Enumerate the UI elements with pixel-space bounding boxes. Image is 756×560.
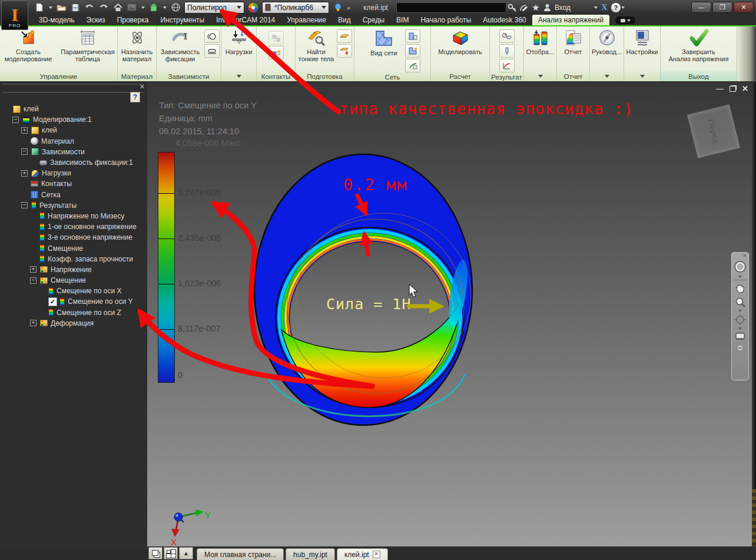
tree-item-11[interactable]: 1-ое основное напряжение <box>2 221 147 232</box>
find-thin-bodies-button[interactable]: Найти тонкие тела <box>297 28 335 62</box>
qat-overflow-chevron-icon[interactable]: » <box>347 4 350 11</box>
tree-item-9[interactable]: −Результаты <box>2 200 147 211</box>
panel-label-mesh[interactable]: Сеть <box>354 72 430 81</box>
cascade-windows-button[interactable] <box>148 547 163 559</box>
guide-button[interactable]: Руковод... <box>591 28 623 55</box>
navbar-close-icon[interactable]: ✕ <box>742 254 747 259</box>
mesh-view-button[interactable]: Вид сети <box>364 28 403 57</box>
restore-button[interactable]: ❐ <box>712 2 732 13</box>
panel-label-prepare[interactable]: Подготовка <box>296 71 354 81</box>
tree-item-3[interactable]: Материал <box>2 136 147 147</box>
ribbon-tab-2[interactable]: Проверка <box>111 15 155 25</box>
panel-label-contacts[interactable]: Контакты <box>257 71 295 81</box>
orbit-dropdown-icon[interactable] <box>738 327 742 330</box>
ribbon-tab-9[interactable]: Начало работы <box>415 15 477 25</box>
doc-minimize-icon[interactable]: — <box>716 84 724 93</box>
manual-contact-button[interactable] <box>268 46 284 59</box>
panel-label-loads[interactable] <box>221 71 256 81</box>
tree-item-0[interactable]: клей <box>2 104 147 114</box>
tree-item-13[interactable]: Смещение <box>2 243 147 253</box>
new-file-dropdown-icon[interactable] <box>49 6 52 9</box>
loads-button[interactable]: Нагрузки <box>223 28 256 55</box>
home-icon[interactable] <box>112 3 123 12</box>
tree-expand-icon[interactable]: + <box>30 320 37 326</box>
tree-item-5[interactable]: Зависимость фиксации:1 <box>2 157 147 168</box>
tree-collapse-icon[interactable]: − <box>21 202 28 208</box>
browser-help-button[interactable]: ? <box>130 92 140 102</box>
panel-label-guide[interactable] <box>590 71 624 81</box>
help-button[interactable]: ? <box>611 3 621 12</box>
appearance-combobox[interactable]: *Поликарб6 <box>262 2 329 14</box>
offset-shell-button[interactable] <box>337 29 352 43</box>
signin-person-icon[interactable] <box>542 2 553 13</box>
adjust-appearance-icon[interactable] <box>333 3 343 12</box>
color-wheel-icon[interactable] <box>248 3 258 12</box>
fixed-constraint-button[interactable]: Зависимость фиксации <box>158 28 203 62</box>
create-simulation-button[interactable]: Создать моделирование <box>0 28 57 62</box>
panel-label-result[interactable]: Результат <box>490 72 523 81</box>
browser-close-icon[interactable]: ✕ <box>140 83 145 91</box>
globe-icon[interactable] <box>170 3 181 12</box>
doc-tab-close-icon[interactable]: ✕ <box>373 551 380 558</box>
tree-item-1[interactable]: −Моделирование:1 <box>2 114 147 125</box>
finish-analysis-button[interactable]: Завершить Анализ напряжения <box>662 28 736 62</box>
new-file-icon[interactable] <box>34 3 45 12</box>
open-file-icon[interactable] <box>56 3 67 12</box>
convergence-button[interactable] <box>405 59 420 72</box>
inventor-logo[interactable]: I PRO <box>1 1 28 30</box>
ribbon-tab-5[interactable]: Управление <box>281 15 332 25</box>
settings-button[interactable]: Настройки <box>625 28 660 55</box>
tree-item-checkbox[interactable]: ✓ <box>48 297 57 306</box>
undo-icon[interactable] <box>84 3 95 12</box>
redo-icon[interactable] <box>98 3 109 12</box>
tree-item-17[interactable]: Смещение по оси X <box>2 286 147 296</box>
tree-collapse-icon[interactable]: − <box>12 117 19 123</box>
navbar-overflow-icon[interactable] <box>737 344 744 352</box>
help-dropdown-icon[interactable] <box>621 6 625 9</box>
tree-item-8[interactable]: Сетка <box>2 190 147 200</box>
tree-item-7[interactable]: Контакты <box>2 178 147 189</box>
panel-label-manage[interactable]: Управление <box>0 71 117 81</box>
steering-wheel-dropdown-icon[interactable] <box>738 276 742 278</box>
tree-item-2[interactable]: +клей <box>2 125 147 135</box>
render-image-icon[interactable] <box>127 3 137 12</box>
graphics-viewport[interactable]: — ✕ <box>147 82 752 546</box>
thickness-button[interactable] <box>337 44 352 58</box>
panel-label-display[interactable] <box>524 71 556 81</box>
model-canvas[interactable]: Y X <box>147 82 752 546</box>
orbit-icon[interactable] <box>734 314 746 325</box>
ribbon-tab-6[interactable]: Вид <box>332 15 357 25</box>
panel-label-exit[interactable]: Выход <box>661 71 737 81</box>
display-button[interactable]: Отобра... <box>525 28 556 55</box>
close-button[interactable]: ✕ <box>734 2 754 13</box>
expand-dock-button[interactable]: ▲ <box>179 547 193 559</box>
ribbon-tab-3[interactable]: Инструменты <box>154 15 210 25</box>
report-button[interactable]: Отчет <box>558 28 589 55</box>
favorites-star-icon[interactable]: ★ <box>530 2 542 13</box>
ring-model[interactable] <box>254 154 472 425</box>
steering-wheel-icon[interactable] <box>734 260 747 273</box>
tree-item-19[interactable]: Смещение по оси Z <box>2 307 147 318</box>
tree-item-18[interactable]: ✓Смещение по оси Y <box>2 296 147 307</box>
local-mesh-button[interactable] <box>405 44 420 58</box>
ribbon-tab-1[interactable]: Эскиз <box>81 15 111 25</box>
mesh-settings-button[interactable] <box>405 29 420 43</box>
tree-item-16[interactable]: −Смещение <box>2 275 147 286</box>
convergence-plot-button[interactable] <box>499 59 515 72</box>
ribbon-tab-8[interactable]: BIM <box>390 15 415 25</box>
assign-material-button[interactable]: Назначить материал <box>119 28 155 62</box>
tree-collapse-icon[interactable]: − <box>30 277 37 284</box>
community-satellite-icon[interactable] <box>518 2 530 13</box>
tree-item-4[interactable]: −Зависимости <box>2 147 147 157</box>
zoom-dropdown-icon[interactable] <box>738 310 742 312</box>
panel-label-constraints[interactable]: Зависимости <box>157 71 221 81</box>
tile-windows-button[interactable] <box>164 547 178 559</box>
exchange-apps-icon[interactable]: X <box>601 2 608 12</box>
doc-close-icon[interactable]: ✕ <box>742 84 748 93</box>
tree-item-14[interactable]: Коэфф. запаса прочности <box>2 254 147 264</box>
doc-tab-0[interactable]: Моя главная страни... <box>197 548 284 560</box>
tree-expand-icon[interactable]: + <box>21 127 28 134</box>
signin-dropdown-icon[interactable] <box>594 6 598 9</box>
browser-grip[interactable]: ✕ <box>2 84 144 93</box>
save-icon[interactable] <box>70 3 81 12</box>
